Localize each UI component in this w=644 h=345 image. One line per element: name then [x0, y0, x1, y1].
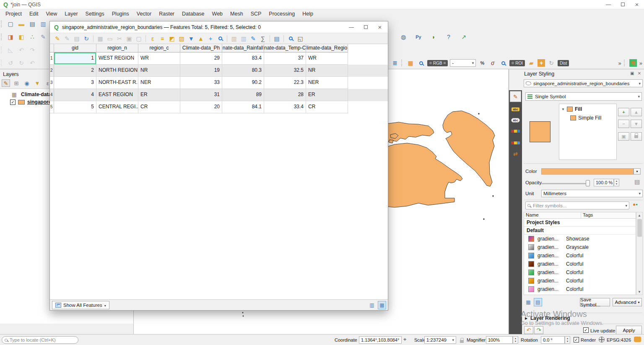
tab-history[interactable]: ⇄ [510, 148, 521, 159]
cell[interactable]: 31 [180, 89, 222, 101]
tool-new-project-icon[interactable]: ▢ [6, 20, 15, 28]
cell[interactable]: 28 [264, 89, 306, 101]
lock-color-button[interactable] [631, 132, 642, 141]
caret-down-icon[interactable]: ▼ [561, 107, 565, 111]
attr-tool-field-calculator-icon[interactable]: ∑ [259, 34, 267, 43]
move-up-button[interactable]: ▲ [631, 108, 642, 116]
cell[interactable]: NR [138, 65, 180, 77]
duplicate-symbol-button[interactable]: ▣ [618, 132, 629, 141]
cell[interactable]: CR [138, 101, 180, 113]
table-view-toggle[interactable]: ▦ [378, 301, 386, 309]
tab-diagrams[interactable] [510, 137, 521, 148]
cell[interactable]: 32.5 [264, 65, 306, 77]
tool-move-feature-icon[interactable]: ↻ [17, 59, 26, 67]
attr-tool-delete-selected-icon[interactable]: ▭ [106, 34, 114, 43]
attr-tool-toggle-editing-icon[interactable]: ✎ [53, 34, 62, 43]
cell[interactable]: NER [306, 77, 348, 89]
cell[interactable]: CENTRAL REGI... [96, 101, 138, 113]
tool-osm-place-search-icon[interactable]: ↗ [460, 33, 468, 41]
cell[interactable]: 33 [180, 77, 222, 89]
cell[interactable]: NORTH REGION [96, 65, 138, 77]
coordinate-input[interactable]: 1.1364°,103.8084° [359, 336, 402, 344]
attr-tool-reload-table-icon[interactable]: ↻ [82, 34, 91, 43]
remove-symbol-layer-button[interactable]: − [618, 120, 629, 128]
scp-roi-polygon-icon[interactable]: ▰ [527, 59, 535, 67]
close-icon[interactable]: × [630, 0, 644, 9]
tool-python-console-icon[interactable]: Py [414, 33, 423, 41]
tool-redo-icon[interactable]: ↷ [28, 46, 36, 54]
menu-edit[interactable]: Edit [26, 10, 42, 18]
cell[interactable]: 4 [54, 89, 96, 101]
attr-tool-deselect-all-icon[interactable]: ▨ [177, 34, 186, 43]
row-number[interactable]: 2 [50, 65, 54, 77]
menu-mesh[interactable]: Mesh [226, 10, 247, 18]
color-bar[interactable] [541, 168, 634, 175]
column-header-limate-data_Regio[interactable]: limate-data_Regio [306, 44, 348, 52]
lock-scale-icon[interactable] [460, 338, 464, 344]
tool-save-project-icon[interactable]: ▤ [28, 20, 36, 28]
form-view-toggle[interactable]: ▥ [368, 301, 376, 309]
cell[interactable]: ER [138, 89, 180, 101]
open-layer-styling-icon[interactable]: ✎ [2, 79, 10, 87]
cell[interactable]: EAST REGION [96, 89, 138, 101]
scale-select[interactable]: 1:237249▾ [424, 336, 456, 344]
cell[interactable]: 33.4 [264, 101, 306, 113]
symbol-row[interactable]: gradien...Colorful [524, 260, 636, 268]
menu-settings[interactable]: Settings [82, 10, 108, 18]
symbol-row[interactable]: gradien...Colorful [524, 268, 636, 277]
rotation-spinner-arrows[interactable]: ▴▾ [565, 336, 570, 344]
symbol-group-project-styles[interactable]: Project Styles [524, 219, 636, 227]
column-header-region_n[interactable]: region_n [96, 44, 138, 52]
cell[interactable]: 37 [264, 52, 306, 65]
tab-symbology[interactable]: ✎ [510, 91, 521, 102]
row-number[interactable]: 4 [50, 89, 54, 101]
data-defined-override-icon[interactable]: ▤ [634, 178, 640, 185]
undo-style-button[interactable]: ↶ [524, 326, 533, 334]
tool-new-print-layout-icon[interactable]: ▥ [39, 20, 47, 28]
float-panel-icon[interactable]: ▣ [630, 71, 634, 76]
cell[interactable]: 89 [222, 89, 264, 101]
magnifier-spinner-arrows[interactable]: ▴▾ [513, 336, 518, 344]
attr-tool-conditional-formatting-icon[interactable]: ▤ [273, 34, 281, 43]
cell[interactable]: 29 [180, 52, 222, 65]
scp-bandset-tool-icon[interactable]: ▦ [406, 59, 415, 67]
styling-layer-select[interactable]: singapore_administrative_region_boundari… [524, 79, 643, 87]
menu-raster[interactable]: Raster [155, 10, 178, 18]
style-manager-icon[interactable]: ●▪ [633, 201, 638, 207]
filter-legend-icon[interactable]: ▼ [33, 79, 42, 87]
live-update-checkbox[interactable]: ✓ [583, 327, 589, 333]
attr-tool-save-edits-icon[interactable]: ▤ [73, 34, 81, 43]
tool-undo-icon[interactable]: ↶ [17, 46, 26, 54]
opacity-spinner-arrows[interactable]: ▴▾ [614, 179, 619, 186]
toolbar-grip[interactable] [1, 47, 3, 53]
minimize-icon[interactable]: — [344, 23, 358, 31]
cell[interactable]: 19 [180, 65, 222, 77]
filter-symbols-input[interactable]: Filter symbols... ▾ [525, 201, 629, 209]
color-dropdown-button[interactable]: ▾ [634, 168, 641, 175]
symbol-row[interactable]: gradien...Colorful [524, 285, 636, 293]
symbol-tree-child[interactable]: Simple Fill [559, 112, 616, 121]
tool-open-project-icon[interactable]: ▬ [17, 20, 26, 28]
attr-tool-cut-features-icon[interactable]: ✂ [115, 34, 124, 43]
menu-project[interactable]: Project [2, 10, 26, 18]
attr-tool-zoom-to-selection-icon[interactable] [216, 34, 224, 43]
column-header-nate-data_Rainfall[interactable]: nate-data_Rainfall [222, 44, 264, 52]
scp-zoom-plus-icon[interactable] [499, 59, 507, 67]
layer-visibility-checkbox[interactable]: ✓ [10, 99, 16, 105]
attr-tool-sort-columns-icon[interactable]: ▥ [239, 34, 248, 43]
minimize-icon[interactable]: — [601, 0, 615, 9]
symbol-row[interactable]: gradien...Colorful [524, 277, 636, 285]
redo-style-button[interactable]: ↷ [534, 326, 543, 334]
scp-overflow-icon[interactable]: » [618, 60, 621, 66]
feature-filter-button[interactable]: Show All Features ▾ [52, 301, 109, 309]
restore-icon[interactable] [615, 0, 630, 9]
cell[interactable]: 80.3 [222, 65, 264, 77]
toolbar-grip[interactable] [1, 21, 3, 27]
scp-roi-add-icon[interactable]: + [538, 59, 545, 67]
manage-map-themes-icon[interactable]: ◉ [23, 79, 31, 87]
attr-tool-new-field-icon[interactable]: ✎ [249, 34, 257, 43]
close-icon[interactable]: × [373, 23, 387, 31]
extent-toggle-icon[interactable]: ⌖ [403, 336, 406, 343]
rotation-spinbox[interactable]: 0.0 ° [541, 336, 565, 344]
messages-icon[interactable] [634, 337, 641, 342]
